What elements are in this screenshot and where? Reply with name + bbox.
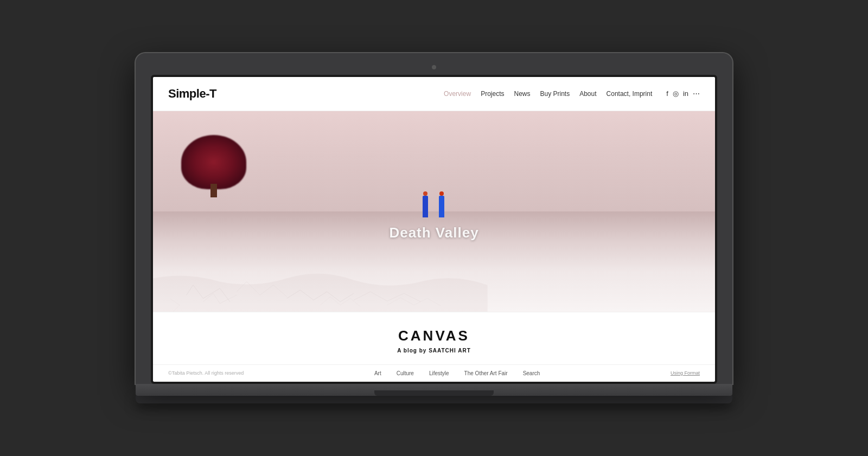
canvas-subtitle-brand: SAATCHI ART — [429, 348, 471, 354]
figure-2-body — [439, 196, 444, 211]
laptop-screen: Simple-T Overview Projects News Buy Prin… — [153, 77, 715, 382]
linkedin-icon[interactable]: in — [683, 89, 688, 98]
footer-link-search[interactable]: Search — [523, 370, 540, 376]
nav-projects[interactable]: Projects — [481, 90, 504, 98]
bush-trunk — [210, 184, 217, 197]
canvas-subtitle: A blog by SAATCHI ART — [164, 348, 704, 354]
canvas-subtitle-prefix: A blog by — [397, 348, 429, 354]
figure-2 — [439, 191, 444, 217]
footer-link-lifestyle[interactable]: Lifestyle — [429, 370, 449, 376]
laptop-container: Simple-T Overview Projects News Buy Prin… — [136, 53, 732, 403]
footer-nav: ©Tabita Pietsch. All rights reserved Art… — [153, 364, 715, 382]
laptop-body: Simple-T Overview Projects News Buy Prin… — [136, 53, 732, 384]
canvas-section: CANVAS A blog by SAATCHI ART — [153, 312, 715, 364]
nav-about[interactable]: About — [579, 90, 596, 98]
site-nav: Overview Projects News Buy Prints About … — [444, 89, 700, 98]
figure-2-legs — [439, 211, 444, 217]
footer-link-other-art[interactable]: The Other Art Fair — [464, 370, 508, 376]
screen-bezel: Simple-T Overview Projects News Buy Prin… — [151, 75, 717, 384]
bush — [181, 135, 246, 189]
nav-news[interactable]: News — [514, 90, 530, 98]
hero-title: Death Valley — [389, 224, 478, 241]
figures — [423, 191, 444, 217]
facebook-icon[interactable]: f — [666, 89, 668, 98]
footer-links: Art Culture Lifestyle The Other Art Fair… — [374, 370, 540, 376]
nav-social-icons: f ◎ in ⋯ — [666, 89, 700, 98]
bush-shape — [181, 135, 246, 189]
footer-link-art[interactable]: Art — [374, 370, 381, 376]
laptop-bottom — [136, 396, 732, 403]
instagram-icon[interactable]: ◎ — [673, 89, 679, 98]
hero-image: Death Valley — [153, 111, 715, 312]
nav-contact[interactable]: Contact, Imprint — [607, 90, 653, 98]
figure-1-head — [423, 191, 427, 196]
footer-using-format[interactable]: Using Format — [671, 370, 700, 376]
footer-copyright: ©Tabita Pietsch. All rights reserved — [168, 370, 244, 376]
camera-row — [151, 65, 717, 69]
desert-scene: Death Valley — [153, 111, 715, 312]
figure-1-legs — [423, 211, 428, 217]
camera — [432, 65, 436, 69]
nav-buy-prints[interactable]: Buy Prints — [540, 90, 570, 98]
figure-1-body — [423, 196, 428, 211]
laptop-base — [136, 384, 732, 396]
figure-2-head — [439, 191, 444, 196]
nav-overview[interactable]: Overview — [444, 90, 471, 98]
figure-1 — [423, 191, 428, 217]
footer-link-culture[interactable]: Culture — [397, 370, 414, 376]
canvas-title: CANVAS — [164, 327, 704, 344]
site-logo[interactable]: Simple-T — [168, 87, 216, 101]
site-header: Simple-T Overview Projects News Buy Prin… — [153, 77, 715, 111]
share-icon[interactable]: ⋯ — [693, 89, 700, 98]
